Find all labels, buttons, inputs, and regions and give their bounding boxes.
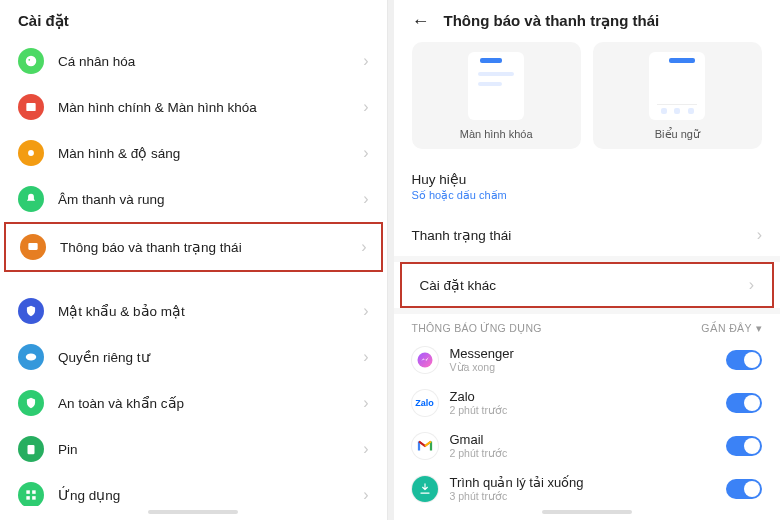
notif-content[interactable]: Màn hình khóa Biểu ngữ Huy hiệu Số hoặc … — [394, 38, 781, 506]
settings-item-label: Thông báo và thanh trạng thái — [60, 239, 347, 255]
svg-rect-10 — [32, 496, 36, 500]
settings-screen: Cài đặt Cá nhân hóa›Màn hình chính & Màn… — [0, 0, 388, 520]
sort-dropdown[interactable]: GẦN ĐÂY ▾ — [701, 322, 762, 334]
grid-icon — [18, 482, 44, 506]
bell-icon — [18, 186, 44, 212]
battery-icon — [18, 436, 44, 462]
card-banner[interactable]: Biểu ngữ — [593, 42, 762, 149]
chevron-right-icon: › — [757, 226, 762, 244]
app-icon — [412, 476, 438, 502]
app-name: Trình quản lý tải xuống — [450, 475, 715, 490]
app-timestamp: 2 phút trước — [450, 404, 715, 416]
app-name: Messenger — [450, 346, 715, 361]
notification-toggle[interactable] — [726, 436, 762, 456]
svg-rect-6 — [28, 445, 35, 454]
chevron-right-icon: › — [363, 486, 368, 504]
chevron-right-icon: › — [363, 190, 368, 208]
svg-point-1 — [28, 59, 30, 61]
other-settings-label: Cài đặt khác — [420, 277, 497, 293]
app-icon — [412, 433, 438, 459]
chevron-right-icon: › — [749, 276, 754, 294]
chevron-right-icon: › — [363, 144, 368, 162]
svg-rect-9 — [26, 496, 30, 500]
other-settings-row[interactable]: Cài đặt khác › — [400, 262, 775, 308]
settings-item-sound[interactable]: Âm thanh và rung› — [0, 176, 387, 222]
app-timestamp: Vừa xong — [450, 361, 715, 373]
settings-item-display[interactable]: Màn hình & độ sáng› — [0, 130, 387, 176]
image-icon — [18, 94, 44, 120]
preview-cards: Màn hình khóa Biểu ngữ — [394, 38, 781, 159]
svg-rect-8 — [32, 490, 36, 494]
app-row[interactable]: Trình quản lý tải xuống3 phút trước — [394, 467, 781, 506]
card-lockscreen-label: Màn hình khóa — [460, 128, 533, 140]
settings-item-battery[interactable]: Pin› — [0, 426, 387, 472]
statusbar-row[interactable]: Thanh trạng thái › — [394, 214, 781, 256]
svg-point-3 — [28, 150, 34, 156]
settings-item-label: Ứng dụng — [58, 487, 349, 503]
chevron-right-icon: › — [363, 394, 368, 412]
settings-header: Cài đặt — [0, 0, 387, 38]
back-icon[interactable]: ← — [412, 12, 430, 30]
notification-toggle[interactable] — [726, 350, 762, 370]
svg-point-0 — [26, 56, 37, 67]
app-icon: Zalo — [412, 390, 438, 416]
settings-item-privacy[interactable]: Quyền riêng tư› — [0, 334, 387, 380]
chevron-down-icon: ▾ — [756, 322, 762, 334]
chevron-right-icon: › — [363, 98, 368, 116]
notification-toggle[interactable] — [726, 393, 762, 413]
settings-item-notif[interactable]: Thông báo và thanh trạng thái› — [4, 222, 383, 272]
app-icon — [412, 347, 438, 373]
app-row[interactable]: Gmail2 phút trước — [394, 424, 781, 467]
app-notif-list: MessengerVừa xongZaloZalo2 phút trướcGma… — [394, 338, 781, 506]
statusbar-label: Thanh trạng thái — [412, 227, 512, 243]
palette-icon — [18, 48, 44, 74]
svg-point-5 — [26, 354, 37, 361]
home-indicator — [148, 510, 238, 514]
settings-item-security[interactable]: Mật khẩu & bảo mật› — [0, 288, 387, 334]
settings-item-label: Mật khẩu & bảo mật — [58, 303, 349, 319]
app-name: Zalo — [450, 389, 715, 404]
home-indicator — [542, 510, 632, 514]
settings-item-label: Cá nhân hóa — [58, 54, 349, 69]
app-notif-header: THÔNG BÁO ỨNG DỤNG GẦN ĐÂY ▾ — [394, 314, 781, 338]
badge-row[interactable]: Huy hiệu Số hoặc dấu chấm — [394, 159, 781, 214]
chevron-right-icon: › — [363, 302, 368, 320]
message-icon — [20, 234, 46, 260]
svg-rect-7 — [26, 490, 30, 494]
svg-rect-2 — [26, 103, 35, 111]
shield-check-icon — [18, 390, 44, 416]
settings-item-label: Pin — [58, 442, 349, 457]
settings-item-label: An toàn và khẩn cấp — [58, 395, 349, 411]
card-banner-label: Biểu ngữ — [655, 128, 700, 141]
settings-item-home-lock[interactable]: Màn hình chính & Màn hình khóa› — [0, 84, 387, 130]
notification-toggle[interactable] — [726, 479, 762, 499]
settings-item-label: Quyền riêng tư — [58, 349, 349, 365]
banner-mock-icon — [649, 52, 705, 120]
app-row[interactable]: MessengerVừa xong — [394, 338, 781, 381]
settings-list[interactable]: Cá nhân hóa›Màn hình chính & Màn hình kh… — [0, 38, 387, 506]
notif-header: ← Thông báo và thanh trạng thái — [394, 0, 781, 38]
svg-point-11 — [417, 352, 432, 367]
lockscreen-mock-icon — [468, 52, 524, 120]
settings-item-label: Màn hình & độ sáng — [58, 145, 349, 161]
badge-subtitle: Số hoặc dấu chấm — [412, 189, 507, 202]
app-row[interactable]: ZaloZalo2 phút trước — [394, 381, 781, 424]
settings-item-apps[interactable]: Ứng dụng› — [0, 472, 387, 506]
chevron-right-icon: › — [363, 348, 368, 366]
notif-title: Thông báo và thanh trạng thái — [444, 12, 660, 30]
card-lockscreen[interactable]: Màn hình khóa — [412, 42, 581, 149]
chevron-right-icon: › — [363, 440, 368, 458]
app-notif-heading: THÔNG BÁO ỨNG DỤNG — [412, 322, 542, 334]
chevron-right-icon: › — [363, 52, 368, 70]
settings-item-label: Âm thanh và rung — [58, 192, 349, 207]
settings-item-emergency[interactable]: An toàn và khẩn cấp› — [0, 380, 387, 426]
badge-title: Huy hiệu — [412, 171, 507, 187]
settings-item-label: Màn hình chính & Màn hình khóa — [58, 100, 349, 115]
svg-rect-4 — [28, 243, 37, 250]
app-timestamp: 3 phút trước — [450, 490, 715, 502]
shield-icon — [18, 298, 44, 324]
chevron-right-icon: › — [361, 238, 366, 256]
settings-item-personalize[interactable]: Cá nhân hóa› — [0, 38, 387, 84]
sun-icon — [18, 140, 44, 166]
settings-title: Cài đặt — [18, 12, 69, 30]
